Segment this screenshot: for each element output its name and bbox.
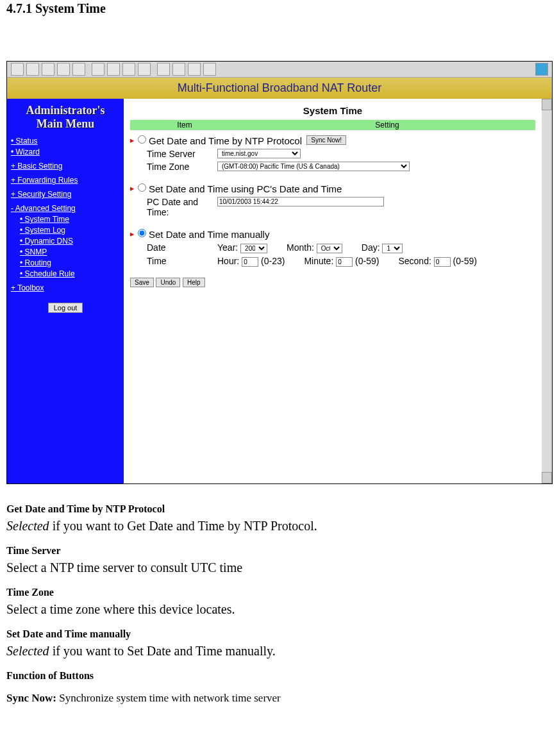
label-month: Month:: [287, 242, 314, 253]
heading-timezone: Time Zone: [6, 587, 553, 598]
page-title: System Time: [130, 105, 535, 116]
tool2-icon[interactable]: [172, 63, 185, 76]
scroll-down-icon[interactable]: [542, 472, 552, 483]
vertical-scrollbar[interactable]: [542, 99, 552, 483]
mail-icon[interactable]: [138, 63, 151, 76]
sidebar-item-wizard[interactable]: Wizard: [11, 147, 120, 156]
heading-timeserver: Time Server: [6, 545, 553, 557]
label-second: Second:: [398, 256, 431, 266]
para-ntp: Selected if you want to Get Date and Tim…: [6, 519, 553, 533]
label-time-server: Time Server: [147, 149, 217, 159]
bullet-icon: ▸: [130, 229, 137, 239]
save-button[interactable]: Save: [130, 278, 154, 287]
sidebar-item-dynamic-dns[interactable]: Dynamic DNS: [20, 237, 120, 246]
scroll-up-icon[interactable]: [542, 99, 552, 110]
sidebar-title: Administrator's Main Menu: [11, 104, 120, 130]
sidebar-item-forwarding-rules[interactable]: + Forwarding Rules: [11, 176, 120, 185]
para-timeserver: Select a NTP time server to consult UTC …: [6, 560, 553, 575]
year-select[interactable]: 2003: [240, 244, 267, 253]
label-ntp-option: Get Date and Time by NTP Protocol: [149, 135, 302, 146]
sidebar-item-advanced-setting[interactable]: - Advanced Setting: [11, 204, 120, 213]
day-select[interactable]: 1: [382, 244, 403, 253]
tool3-icon[interactable]: [188, 63, 201, 76]
search-icon[interactable]: [92, 63, 104, 76]
minute-input[interactable]: [336, 257, 353, 267]
label-time-zone: Time Zone: [147, 162, 217, 172]
back-icon[interactable]: [11, 63, 24, 76]
sidebar-item-basic-setting[interactable]: + Basic Setting: [11, 162, 120, 171]
reload-icon[interactable]: [57, 63, 70, 76]
heading-buttons: Function of Buttons: [6, 670, 553, 682]
month-select[interactable]: Oct: [317, 244, 342, 253]
label-date: Date: [147, 242, 217, 253]
section-heading: 4.7.1 System Time: [6, 0, 553, 22]
forward-icon[interactable]: [26, 63, 39, 76]
router-ui-screenshot: Multi-Functional Broadband NAT Router Ad…: [6, 61, 553, 484]
sidebar: Administrator's Main Menu Status Wizard …: [7, 99, 124, 483]
tool4-icon[interactable]: [203, 63, 216, 76]
tool1-icon[interactable]: [157, 63, 170, 76]
sidebar-item-security-setting[interactable]: + Security Setting: [11, 190, 120, 199]
heading-manual: Set Date and Time manually: [6, 628, 553, 640]
hint-minute: (0-59): [355, 256, 379, 266]
print-icon[interactable]: [122, 63, 135, 76]
radio-manual[interactable]: [138, 229, 146, 237]
sidebar-item-system-log[interactable]: System Log: [20, 226, 120, 235]
label-minute: Minute:: [304, 256, 333, 266]
sidebar-item-routing[interactable]: Routing: [20, 258, 120, 267]
content-pane: System Time Item Setting ▸ Get Date and …: [124, 99, 542, 483]
time-zone-select[interactable]: (GMT-08:00) Pacific Time (US & Canada): [217, 162, 410, 171]
radio-pc-time[interactable]: [138, 183, 146, 192]
sidebar-item-toolbox[interactable]: + Toolbox: [11, 283, 120, 292]
bookmark-icon[interactable]: [107, 63, 120, 76]
para-syncnow: Sync Now: Synchronize system time with n…: [6, 692, 553, 705]
pc-date-time-field[interactable]: [217, 197, 384, 206]
browser-toolbar: [7, 62, 552, 78]
sidebar-item-snmp[interactable]: SNMP: [20, 248, 120, 256]
label-day: Day:: [362, 242, 380, 253]
app-banner: Multi-Functional Broadband NAT Router: [7, 78, 552, 99]
sync-now-button[interactable]: Sync Now!: [306, 135, 346, 145]
hour-input[interactable]: [242, 257, 258, 267]
sidebar-item-schedule-rule[interactable]: Schedule Rule: [20, 269, 120, 278]
second-input[interactable]: [434, 257, 451, 267]
label-pc-date-time: PC Date and Time:: [147, 197, 217, 217]
sidebar-item-status[interactable]: Status: [11, 137, 120, 146]
label-hour: Hour:: [217, 256, 239, 266]
label-year: Year:: [217, 242, 238, 253]
hint-hour: (0-23): [261, 256, 285, 266]
col-item: Item: [130, 120, 239, 130]
col-setting: Setting: [239, 120, 535, 130]
stop-icon[interactable]: [42, 63, 54, 76]
heading-ntp: Get Date and Time by NTP Protocol: [6, 503, 553, 515]
table-header: Item Setting: [130, 120, 535, 130]
radio-ntp[interactable]: [138, 135, 146, 144]
sidebar-item-system-time[interactable]: System Time: [20, 215, 120, 224]
label-pc-option: Set Date and Time using PC's Date and Ti…: [149, 183, 342, 194]
label-manual-option: Set Date and Time manually: [149, 229, 269, 240]
logout-button[interactable]: Log out: [48, 303, 83, 313]
hint-second: (0-59): [453, 256, 477, 266]
time-server-select[interactable]: time.nist.gov: [217, 149, 301, 158]
label-time: Time: [147, 256, 217, 266]
undo-button[interactable]: Undo: [156, 278, 180, 287]
para-timezone: Select a time zone where this device loc…: [6, 602, 553, 617]
throbber-icon: [535, 63, 548, 76]
help-button[interactable]: Help: [183, 278, 205, 287]
bullet-icon: ▸: [130, 135, 137, 145]
bullet-icon: ▸: [130, 183, 137, 193]
para-manual: Selected if you want to Set Date and Tim…: [6, 644, 553, 659]
home-icon[interactable]: [72, 63, 85, 76]
